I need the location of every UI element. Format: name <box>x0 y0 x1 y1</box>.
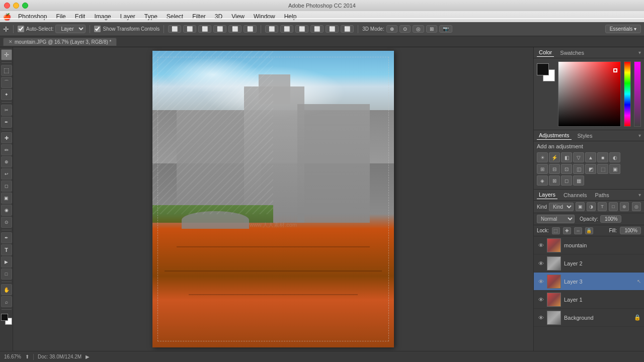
adj-threshold[interactable]: ⬚ <box>597 164 608 174</box>
menu-image[interactable]: Image <box>90 12 115 21</box>
dist-center-h[interactable]: ⬜ <box>326 25 339 33</box>
layer-item-mountain[interactable]: 👁 mountain <box>534 236 644 254</box>
fg-bg-color-swatches[interactable] <box>537 63 555 81</box>
adj-bw[interactable]: ⊞ <box>537 164 548 174</box>
adj-posterize[interactable]: ◩ <box>585 164 596 174</box>
adj-panel-collapse[interactable]: ▾ <box>638 133 641 138</box>
crop-tool[interactable]: ✂ <box>1 105 12 116</box>
layer-eye-layer2[interactable]: 👁 <box>537 259 545 267</box>
close-button[interactable] <box>4 3 10 9</box>
align-bottom[interactable]: ⬜ <box>244 25 257 33</box>
dist-top[interactable]: ⬜ <box>310 25 324 33</box>
3d-camera[interactable]: 📷 <box>439 25 452 33</box>
lock-all[interactable]: 🔒 <box>585 227 593 234</box>
menu-type[interactable]: Type <box>140 12 162 21</box>
menu-layer[interactable]: Layer <box>116 12 139 21</box>
shape-tool[interactable]: □ <box>1 268 12 280</box>
adj-selective-color[interactable]: ◈ <box>537 175 548 186</box>
filter-toggle[interactable]: ◎ <box>632 202 641 211</box>
adj-exposure[interactable]: ▽ <box>573 152 584 162</box>
3d-slide[interactable]: ◎ <box>413 25 424 33</box>
minimize-button[interactable] <box>13 3 19 9</box>
marquee-tool[interactable]: ⬚ <box>1 65 12 76</box>
color-picker[interactable] <box>558 61 621 127</box>
layer-item-background[interactable]: 👁 Background 🔒 <box>534 309 644 327</box>
adj-desaturate[interactable]: ▦ <box>573 175 584 186</box>
dodge-tool[interactable]: ⊙ <box>1 217 12 228</box>
menu-photoshop[interactable]: Photoshop <box>14 12 51 21</box>
show-transform-checkbox[interactable] <box>94 26 101 32</box>
align-left[interactable]: ⬜ <box>168 25 181 33</box>
3d-scale[interactable]: ⊞ <box>426 25 437 33</box>
document-tab[interactable]: ✕ mountain.JPG @ 16.7% (Layer 3, RGB/8) … <box>3 38 117 46</box>
filter-shape[interactable]: □ <box>609 202 618 211</box>
adj-colorbalance[interactable]: ◐ <box>609 152 620 162</box>
layer-item-layer1[interactable]: 👁 Layer 1 <box>534 291 644 309</box>
adj-gradient-map[interactable]: ▣ <box>609 164 620 174</box>
eraser-tool[interactable]: ◻ <box>1 180 12 192</box>
3d-rotate[interactable]: ⊕ <box>386 25 397 33</box>
menu-edit[interactable]: Edit <box>71 12 90 21</box>
essentials-button[interactable]: Essentials ▾ <box>605 25 641 33</box>
eyedropper-tool[interactable]: ✒ <box>1 117 12 128</box>
filter-pixel[interactable]: ▣ <box>576 202 585 211</box>
tab-close-icon[interactable]: ✕ <box>9 39 13 44</box>
adj-hdr[interactable]: ◻ <box>561 175 572 186</box>
menu-filter[interactable]: Filter <box>188 12 210 21</box>
filter-adjust[interactable]: ◑ <box>587 202 596 211</box>
hand-tool[interactable]: ✋ <box>1 284 12 295</box>
filter-smart[interactable]: ⊕ <box>620 202 629 211</box>
zoom-tool[interactable]: ⌕ <box>1 296 12 307</box>
maximize-button[interactable] <box>22 3 28 9</box>
layer-item-layer2[interactable]: 👁 Layer 2 <box>534 254 644 273</box>
align-top[interactable]: ⬜ <box>213 25 226 33</box>
canvas-area[interactable]: www.人人素材.com <box>13 47 533 351</box>
healing-brush-tool[interactable]: ✚ <box>1 132 12 143</box>
lock-artboard[interactable]: ↔ <box>574 227 582 234</box>
auto-select-mode[interactable]: Layer <box>55 25 86 33</box>
layer-item-layer3[interactable]: 👁 Layer 3 ↖ <box>534 273 644 291</box>
layers-panel-collapse[interactable]: ▾ <box>638 192 641 198</box>
layer-eye-bg[interactable]: 👁 <box>537 314 545 322</box>
adj-levels[interactable]: ⚡ <box>549 152 560 162</box>
menu-view[interactable]: View <box>227 12 249 21</box>
path-selection-tool[interactable]: ▶ <box>1 256 12 267</box>
opacity-slider[interactable] <box>634 61 641 127</box>
dist-left[interactable]: ⬜ <box>265 25 278 33</box>
blend-mode-select[interactable]: Normal <box>537 215 575 223</box>
3d-pan[interactable]: ⊙ <box>399 25 411 33</box>
blur-tool[interactable]: ◉ <box>1 205 12 216</box>
color-picker-fg-bg[interactable] <box>1 314 12 325</box>
align-center-h[interactable]: ⬜ <box>228 25 242 33</box>
layer-eye-mountain[interactable]: 👁 <box>537 241 545 249</box>
align-right[interactable]: ⬜ <box>198 25 211 33</box>
menu-window[interactable]: Window <box>250 12 279 21</box>
canvas-container[interactable]: www.人人素材.com <box>152 51 394 347</box>
adj-brightness[interactable]: ☀ <box>537 152 548 162</box>
move-tool[interactable]: ✛ <box>1 49 12 60</box>
adj-channel-mix[interactable]: ⊡ <box>561 164 572 174</box>
fill-value[interactable]: 100% <box>620 227 641 234</box>
lock-position[interactable]: ✚ <box>563 227 571 234</box>
clone-stamp-tool[interactable]: ⊕ <box>1 156 12 167</box>
apple-menu[interactable]: 🍎 <box>3 13 11 21</box>
dist-center-v[interactable]: ⬜ <box>280 25 293 33</box>
hue-slider[interactable] <box>624 61 631 127</box>
tab-adjustments[interactable]: Adjustments <box>537 131 572 140</box>
magic-wand-tool[interactable]: ✦ <box>1 89 12 100</box>
lasso-tool[interactable]: ⌒ <box>1 77 12 88</box>
layer-filter-kind[interactable]: Kind <box>549 203 574 211</box>
adj-invert[interactable]: ◫ <box>573 164 584 174</box>
dist-right[interactable]: ⬜ <box>295 25 308 33</box>
layer-eye-layer3[interactable]: 👁 <box>537 278 545 286</box>
expand-icon[interactable]: ▶ <box>86 354 90 359</box>
zoom-icon[interactable]: ⬆ <box>25 354 29 359</box>
pen-tool[interactable]: ✒ <box>1 232 12 243</box>
tab-color[interactable]: Color <box>537 48 554 57</box>
tab-layers[interactable]: Layers <box>537 191 557 199</box>
foreground-color[interactable] <box>537 63 549 75</box>
filter-type[interactable]: T <box>598 202 607 211</box>
menu-file[interactable]: File <box>52 12 69 21</box>
adj-vibrance[interactable]: ▲ <box>585 152 596 162</box>
tab-channels[interactable]: Channels <box>561 191 589 199</box>
